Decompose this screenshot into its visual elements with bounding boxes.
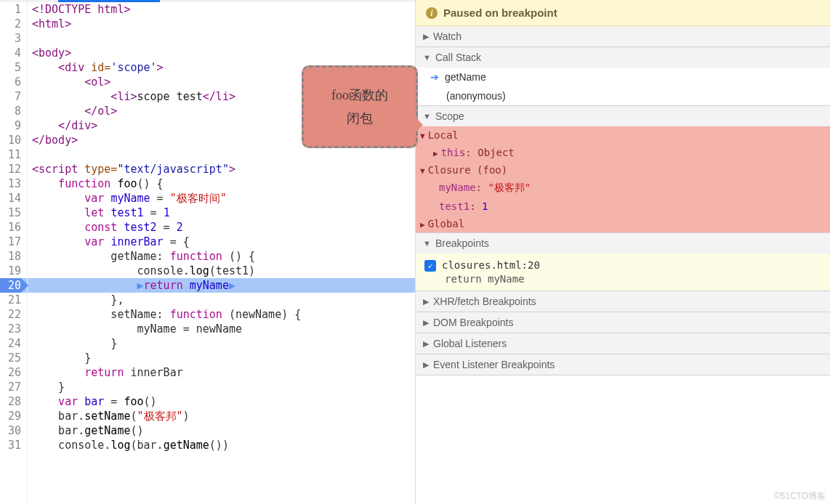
event-listener-breakpoints-section[interactable]: ▶Event Listener Breakpoints bbox=[416, 354, 830, 375]
line-number-gutter: 1234567891011121314151617181920212223242… bbox=[0, 2, 28, 504]
scope-var[interactable]: myName: "极客邦" bbox=[416, 179, 830, 198]
debugger-sidebar: i Paused on breakpoint ▶Watch ▼Call Stac… bbox=[416, 0, 830, 504]
scope-var[interactable]: test1: 1 bbox=[416, 198, 830, 215]
global-listeners-section[interactable]: ▶Global Listeners bbox=[416, 333, 830, 354]
watch-section[interactable]: ▶Watch bbox=[416, 26, 830, 47]
annotation-callout: foo函数的 闭包 bbox=[302, 65, 418, 148]
scope-var[interactable]: ▶this: Object bbox=[416, 144, 830, 161]
callstack-frame[interactable]: ➔getName bbox=[416, 68, 830, 86]
chevron-right-icon: ▶ bbox=[433, 149, 438, 158]
breakpoints-section[interactable]: ▼Breakpoints ✓closures.html:20 return my… bbox=[416, 233, 830, 291]
chevron-right-icon: ▶ bbox=[423, 32, 429, 41]
chevron-right-icon: ▶ bbox=[423, 360, 429, 370]
watermark: ©51CTO博客 bbox=[774, 490, 826, 503]
chevron-down-icon: ▼ bbox=[423, 239, 431, 248]
chevron-right-icon: ▶ bbox=[423, 318, 429, 328]
xhr-breakpoints-section[interactable]: ▶XHR/fetch Breakpoints bbox=[416, 291, 830, 312]
chevron-down-icon: ▼ bbox=[423, 53, 431, 62]
scope-closure[interactable]: ▼Closure (foo) bbox=[416, 161, 830, 179]
chevron-right-icon: ▶ bbox=[420, 220, 425, 229]
callstack-frame[interactable]: (anonymous) bbox=[416, 86, 830, 105]
info-icon: i bbox=[426, 7, 438, 19]
paused-status-bar: i Paused on breakpoint bbox=[416, 0, 830, 26]
chevron-right-icon: ▶ bbox=[423, 339, 429, 349]
dom-breakpoints-section[interactable]: ▶DOM Breakpoints bbox=[416, 312, 830, 333]
current-frame-arrow-icon: ➔ bbox=[430, 71, 439, 83]
checkbox-checked-icon[interactable]: ✓ bbox=[424, 260, 436, 272]
scope-global[interactable]: ▶Global bbox=[416, 215, 830, 232]
paused-label: Paused on breakpoint bbox=[443, 7, 557, 19]
breakpoint-item[interactable]: ✓closures.html:20 return myName bbox=[416, 253, 830, 290]
scope-highlight: ▼Local ▶this: Object ▼Closure (foo) myNa… bbox=[416, 126, 830, 232]
scope-section[interactable]: ▼Scope ▼Local ▶this: Object ▼Closure (fo… bbox=[416, 106, 830, 233]
callstack-section[interactable]: ▼Call Stack ➔getName (anonymous) bbox=[416, 47, 830, 106]
chevron-down-icon: ▼ bbox=[420, 166, 425, 176]
scope-local[interactable]: ▼Local bbox=[416, 126, 830, 144]
chevron-right-icon: ▶ bbox=[423, 297, 429, 306]
